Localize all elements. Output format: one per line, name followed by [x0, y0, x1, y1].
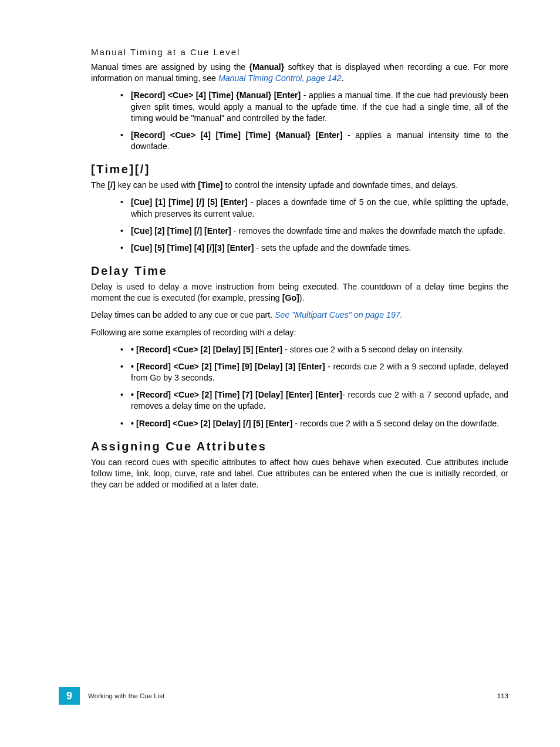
- cross-reference-link[interactable]: See "Multipart Cues" on page 197.: [275, 310, 403, 319]
- list-item: [Record] <Cue> [4] [Time] [Time] {Manual…: [131, 130, 508, 152]
- bold-bullet-prefix: •: [131, 362, 137, 371]
- list-item: • [Record] <Cue> [2] [Delay] [5] [Enter]…: [131, 344, 508, 355]
- bold-bullet-prefix: •: [131, 390, 137, 399]
- footer-chapter-title: Working with the Cue List: [88, 692, 497, 699]
- list-item: [Record] <Cue> [4] [Time] {Manual} [Ente…: [131, 90, 508, 124]
- cross-reference-link[interactable]: Manual Timing Control, page 142: [218, 73, 342, 83]
- bold-bullet-prefix: •: [131, 345, 136, 354]
- page-content: Manual Timing at a Cue Level Manual time…: [0, 0, 560, 490]
- list-item: [Cue] [5] [Time] [4] [/][3] [Enter] - se…: [131, 243, 508, 254]
- paragraph: The [/] key can be used with [Time] to c…: [91, 180, 508, 191]
- text: Manual times are assigned by using the: [91, 62, 249, 72]
- command-sequence: [Cue] [1] [Time] [/] [5] [Enter]: [131, 197, 247, 207]
- list-item: • [Record] <Cue> [2] [Time] [7] [Delay] …: [131, 389, 508, 412]
- paragraph: Delay times can be added to any cue or c…: [91, 309, 508, 321]
- list-item: • [Record] <Cue> [2] [Time] [9] [Delay] …: [131, 361, 508, 383]
- paragraph: Manual times are assigned by using the {…: [91, 62, 508, 84]
- list-item: [Cue] [2] [Time] [/] [Enter] - removes t…: [131, 226, 508, 237]
- heading-time-slash: [Time][/]: [91, 163, 508, 176]
- page-number: 113: [497, 692, 508, 699]
- key-label: [/]: [107, 180, 115, 190]
- bullet-list: [Record] <Cue> [4] [Time] {Manual} [Ente…: [91, 90, 508, 152]
- bold-bullet-prefix: •: [131, 419, 136, 428]
- key-label: [Go]: [282, 293, 299, 302]
- text: .: [342, 73, 344, 83]
- text: to control the intensity upfade and down…: [223, 180, 458, 190]
- softkey-label: {Manual}: [249, 62, 284, 72]
- text: - records cue 2 with a 5 second delay on…: [292, 419, 499, 428]
- key-label: [Time]: [198, 180, 222, 190]
- bullet-list: [Cue] [1] [Time] [/] [5] [Enter] - place…: [91, 197, 508, 254]
- heading-manual-timing: Manual Timing at a Cue Level: [91, 47, 508, 57]
- paragraph: You can record cues with specific attrib…: [91, 457, 508, 491]
- command-sequence: [Record] <Cue> [4] [Time] {Manual} [Ente…: [131, 90, 301, 100]
- heading-assigning-attributes: Assigning Cue Attributes: [91, 440, 508, 453]
- paragraph: Delay is used to delay a move instructio…: [91, 281, 508, 304]
- text: Delay times can be added to any cue or c…: [91, 310, 275, 319]
- list-item: • [Record] <Cue> [2] [Delay] [/] [5] [En…: [131, 418, 508, 429]
- text: - removes the downfade time and makes th…: [231, 226, 505, 235]
- paragraph: Following are some examples of recording…: [91, 327, 508, 338]
- command-sequence: [Record] <Cue> [2] [Delay] [5] [Enter]: [136, 345, 282, 354]
- command-sequence: [Record] <Cue> [4] [Time] [Time] {Manual…: [131, 130, 342, 140]
- heading-delay-time: Delay Time: [91, 264, 508, 278]
- command-sequence: [Record] <Cue> [2] [Time] [7] [Delay] [E…: [137, 390, 342, 399]
- text: - stores cue 2 with a 5 second delay on …: [282, 345, 464, 354]
- text: ).: [299, 293, 305, 302]
- text: key can be used with: [116, 180, 198, 190]
- command-sequence: [Cue] [5] [Time] [4] [/][3] [Enter]: [131, 243, 254, 253]
- command-sequence: [Record] <Cue> [2] [Delay] [/] [5] [Ente…: [136, 419, 292, 428]
- list-item: [Cue] [1] [Time] [/] [5] [Enter] - place…: [131, 197, 508, 219]
- page-footer: 9 Working with the Cue List 113: [0, 687, 560, 705]
- text: The: [91, 180, 107, 190]
- command-sequence: [Record] <Cue> [2] [Time] [9] [Delay] [3…: [137, 362, 325, 371]
- command-sequence: [Cue] [2] [Time] [/] [Enter]: [131, 226, 231, 235]
- text: - sets the upfade and the downfade times…: [254, 243, 411, 253]
- bullet-list: • [Record] <Cue> [2] [Delay] [5] [Enter]…: [91, 344, 508, 429]
- chapter-number-badge: 9: [59, 687, 80, 705]
